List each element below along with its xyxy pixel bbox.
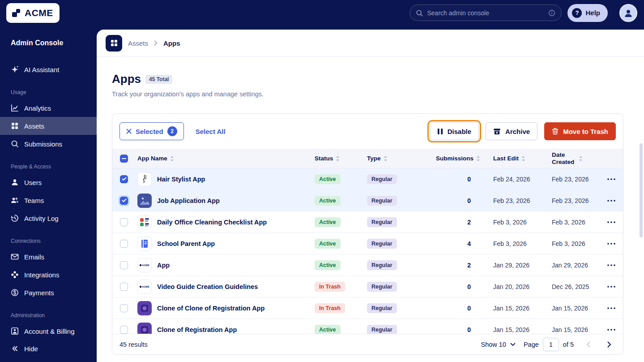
type-badge: Regular xyxy=(367,174,397,184)
sidebar-section-usage: Usage xyxy=(0,89,97,96)
app-name-link[interactable]: Video Guide Creation Guidelines xyxy=(157,283,258,290)
page-size-select[interactable]: Show 10 xyxy=(481,341,516,348)
close-icon[interactable] xyxy=(126,129,132,134)
row-actions-button[interactable] xyxy=(605,326,618,333)
table-row[interactable]: Clone of Registration App Active Regular… xyxy=(112,319,623,335)
type-badge: Regular xyxy=(367,303,397,313)
table-row[interactable]: Daily Office Cleaning Checklist App Acti… xyxy=(112,211,623,233)
row-actions-button[interactable] xyxy=(605,240,618,247)
sidebar: Admin Console AI Assistant Usage Analyti… xyxy=(0,26,97,362)
table-row[interactable]: Hair Stylist App Active Regular 0 Feb 24… xyxy=(112,168,623,190)
type-badge: Regular xyxy=(367,196,397,206)
row-checkbox[interactable] xyxy=(120,240,128,248)
sort-icon xyxy=(384,155,388,162)
previous-page-button[interactable] xyxy=(582,339,595,350)
column-header-last-edit[interactable]: Last Edit xyxy=(493,155,552,162)
row-checkbox[interactable] xyxy=(120,261,128,269)
row-actions-button[interactable] xyxy=(605,176,618,183)
table-row[interactable]: Clone of Clone of Registration App In Tr… xyxy=(112,297,623,319)
teams-icon xyxy=(11,196,19,204)
sidebar-item-assets[interactable]: Assets xyxy=(0,117,97,135)
app-name-link[interactable]: App xyxy=(157,262,170,269)
table-row[interactable]: Job Application App Active Regular 0 Feb… xyxy=(112,190,623,211)
apps-table-card: Selected 2 Select All Disable Archive xyxy=(112,113,623,355)
row-actions-button[interactable] xyxy=(605,305,618,312)
breadcrumb-assets-link[interactable]: Assets xyxy=(128,39,148,47)
help-button[interactable]: ? Help xyxy=(567,4,608,22)
account-billing-icon xyxy=(11,327,19,335)
date-created: Feb 3, 2026 xyxy=(552,219,600,226)
row-actions-button[interactable] xyxy=(605,262,618,269)
column-header-app-name[interactable]: App Name xyxy=(137,155,315,162)
clear-selection-button[interactable]: Selected 2 xyxy=(119,122,184,140)
sidebar-item-account-billing[interactable]: Account & Billing xyxy=(0,322,97,340)
row-checkbox[interactable] xyxy=(120,283,128,291)
results-count: 45 results xyxy=(119,341,148,348)
app-icon: ACME xyxy=(137,280,152,294)
archive-button[interactable]: Archive xyxy=(486,122,537,140)
app-name-link[interactable]: School Parent App xyxy=(157,240,215,247)
select-all-checkbox[interactable] xyxy=(120,155,128,163)
row-checkbox[interactable] xyxy=(120,304,128,312)
selected-label: Selected xyxy=(136,128,163,135)
row-checkbox[interactable] xyxy=(120,326,128,334)
column-header-type[interactable]: Type xyxy=(367,155,436,162)
last-edit-date: Feb 3, 2026 xyxy=(493,219,552,226)
move-to-trash-button[interactable]: Move to Trash xyxy=(544,122,616,140)
payments-icon xyxy=(11,289,19,297)
assets-grid-icon xyxy=(11,122,19,130)
search-input[interactable] xyxy=(427,9,544,17)
app-name-link[interactable]: Clone of Registration App xyxy=(157,326,237,333)
sidebar-item-submissions[interactable]: Submissions xyxy=(0,135,97,153)
page-number-input[interactable] xyxy=(543,338,559,351)
avatar[interactable] xyxy=(619,4,637,22)
sidebar-item-integrations[interactable]: Integrations xyxy=(0,266,97,284)
column-header-submissions[interactable]: Submissions xyxy=(436,155,493,162)
sidebar-item-label: Account & Billing xyxy=(24,328,75,335)
disable-button[interactable]: Disable xyxy=(430,122,479,140)
table-row[interactable]: ACME Video Guide Creation Guidelines In … xyxy=(112,276,623,297)
acme-logo[interactable]: ACME xyxy=(6,3,60,23)
chevron-right-icon xyxy=(607,341,611,348)
row-actions-button[interactable] xyxy=(605,197,618,204)
sidebar-item-teams[interactable]: Teams xyxy=(0,191,97,209)
vertical-scrollbar[interactable] xyxy=(640,143,643,237)
trash-icon xyxy=(552,128,559,135)
page-header: Apps45 Total Track your organization's a… xyxy=(97,57,644,99)
info-icon[interactable] xyxy=(548,9,555,17)
hide-sidebar-button[interactable]: Hide xyxy=(0,340,97,358)
admin-search[interactable] xyxy=(409,4,562,21)
type-badge: Regular xyxy=(367,217,397,227)
row-checkbox[interactable] xyxy=(120,197,128,205)
sidebar-item-ai-assistant[interactable]: AI Assistant xyxy=(0,60,97,78)
row-checkbox[interactable] xyxy=(120,175,128,183)
app-name-link[interactable]: Job Application App xyxy=(157,197,220,204)
sidebar-item-label: Teams xyxy=(24,197,44,204)
select-all-button[interactable]: Select All xyxy=(196,128,226,135)
column-header-date-created[interactable]: Date Created xyxy=(552,151,600,165)
app-name-link[interactable]: Daily Office Cleaning Checklist App xyxy=(157,219,267,226)
status-badge: In Trash xyxy=(315,303,345,313)
submissions-count: 2 xyxy=(436,262,493,269)
type-badge: Regular xyxy=(367,325,397,335)
app-name-link[interactable]: Clone of Clone of Registration App xyxy=(157,305,264,312)
archive-label: Archive xyxy=(505,128,530,135)
table-row[interactable]: School Parent App Active Regular 4 Feb 3… xyxy=(112,233,623,254)
sidebar-item-activity-log[interactable]: Activity Log xyxy=(0,209,97,227)
app-name-link[interactable]: Hair Stylist App xyxy=(157,176,205,183)
pause-icon xyxy=(437,128,443,135)
sidebar-item-payments[interactable]: Payments xyxy=(0,284,97,302)
sidebar-item-emails[interactable]: Emails xyxy=(0,248,97,266)
row-actions-button[interactable] xyxy=(605,219,618,226)
row-checkbox[interactable] xyxy=(120,218,128,226)
column-header-status[interactable]: Status xyxy=(315,155,367,162)
sidebar-item-analytics[interactable]: Analytics xyxy=(0,99,97,117)
submissions-count: 0 xyxy=(436,176,493,183)
sidebar-item-users[interactable]: Users xyxy=(0,173,97,191)
row-actions-button[interactable] xyxy=(605,283,618,290)
next-page-button[interactable] xyxy=(603,339,616,350)
double-chevron-left-icon xyxy=(11,345,19,353)
disable-label: Disable xyxy=(448,128,471,135)
sidebar-item-label: Submissions xyxy=(24,140,62,148)
table-row[interactable]: ACME App Active Regular 2 Jan 29, 2026 J… xyxy=(112,254,623,276)
